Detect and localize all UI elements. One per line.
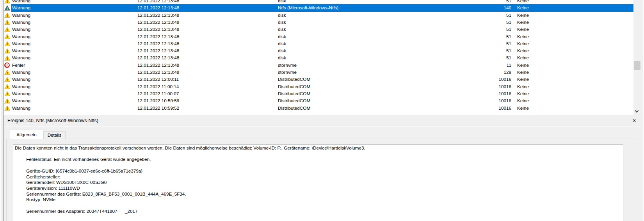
warning-selected-icon: ! [4,5,10,11]
event-row[interactable]: ! Fehler 12.01.2022 12:13:48 stornvme 11… [4,62,633,69]
task-category-cell: Keine [517,105,529,112]
event-id-cell: 51 [449,33,511,40]
task-category-cell: Keine [517,40,529,47]
detail-pane-separator [4,126,641,126]
source-cell: disk [278,12,286,19]
source-cell: Ntfs (Microsoft-Windows-Ntfs) [278,4,338,11]
task-category-cell: Keine [517,76,529,83]
event-id-cell: 51 [449,54,511,61]
event-row[interactable]: ! Warnung 12.01.2022 12:13:48 Ntfs (Micr… [4,4,633,11]
task-category-cell: Keine [517,26,529,33]
event-row[interactable]: ! Warnung 12.01.2022 12:13:48 disk 51 Ke… [4,40,633,47]
warning-icon: ! [4,70,10,75]
warning-icon: ! [4,48,10,53]
task-category-cell: Keine [517,12,529,19]
level-cell: Warnung [12,4,30,11]
level-cell: Warnung [12,40,30,47]
task-category-cell: Keine [517,97,529,104]
level-cell: Warnung [12,76,30,83]
warning-icon: ! [4,77,10,82]
event-row[interactable]: ! Warnung 12.01.2022 11:00:14 Distribute… [4,83,633,90]
source-cell: DistributedCOM [278,76,310,83]
event-id-cell: 10016 [449,97,511,104]
event-row[interactable]: ! Warnung 12.01.2022 12:13:48 disk 51 Ke… [4,19,633,26]
event-row[interactable]: ! Warnung 12.01.2022 10:59:59 Distribute… [4,97,633,104]
date-cell: 12.01.2022 12:13:48 [137,19,179,26]
source-cell: disk [278,19,286,26]
warning-icon: ! [4,91,10,96]
date-cell: 12.01.2022 11:00:14 [137,83,179,90]
close-icon[interactable]: ✕ [632,118,636,123]
warning-icon: ! [4,27,10,32]
date-cell: 12.01.2022 12:13:48 [137,69,179,76]
vertical-scrollbar[interactable] [633,0,641,115]
level-cell: Warnung [12,47,30,54]
detail-pane: Ereignis 140, Ntfs (Microsoft-Windows-Nt… [4,115,641,221]
event-row[interactable]: ! Warnung 12.01.2022 10:59:52 Distribute… [4,105,633,112]
date-cell: 12.01.2022 10:59:52 [137,105,179,112]
event-row[interactable]: ! Warnung 12.01.2022 12:13:48 disk 51 Ke… [4,0,633,4]
event-id-cell: 51 [449,0,511,4]
event-row[interactable]: ! Warnung 12.01.2022 12:13:48 disk 51 Ke… [4,47,633,54]
error-icon: ! [4,62,10,68]
source-cell: disk [278,33,286,40]
date-cell: 12.01.2022 12:13:48 [137,4,179,11]
source-cell: disk [278,0,286,4]
event-row[interactable]: ! Warnung 12.01.2022 12:13:48 disk 51 Ke… [4,12,633,19]
date-cell: 12.01.2022 12:13:48 [137,54,179,61]
date-cell: 12.01.2022 12:00:11 [137,76,179,83]
event-id-cell: 11 [449,62,511,69]
event-list[interactable]: ! Warnung 12.01.2022 12:13:48 disk 51 Ke… [4,0,633,115]
level-cell: Warnung [12,97,30,104]
source-cell: stornvme [278,69,297,76]
event-id-cell: 51 [449,19,511,26]
event-id-cell: 51 [449,40,511,47]
event-id-cell: 51 [449,12,511,19]
task-category-cell: Keine [517,83,529,90]
event-row[interactable]: ! Warnung 12.01.2022 12:13:48 stornvme 1… [4,69,633,76]
event-id-cell: 10016 [449,83,511,90]
warning-icon: ! [4,12,10,18]
tab-allgemein[interactable]: Allgemein [10,130,43,139]
source-cell: DistributedCOM [278,105,310,112]
event-row[interactable]: ! Warnung 12.01.2022 12:13:48 disk 51 Ke… [4,33,633,40]
event-row[interactable]: ! Warnung 12.01.2022 11:00:07 Distribute… [4,90,633,97]
task-category-cell: Keine [517,62,529,69]
level-cell: Warnung [12,12,30,19]
date-cell: 12.01.2022 12:13:48 [137,0,179,4]
level-cell: Warnung [12,90,30,97]
date-cell: 12.01.2022 12:13:48 [137,40,179,47]
warning-icon: ! [4,55,10,61]
warning-icon: ! [4,34,10,39]
chevron-down-icon [635,109,639,113]
source-cell: disk [278,40,286,47]
event-row[interactable]: ! Warnung 12.01.2022 12:13:48 disk 51 Ke… [4,54,633,61]
warning-icon: ! [4,84,10,89]
event-message-box[interactable]: Die Daten konnten nicht in das Transakti… [13,144,623,221]
level-cell: Warnung [12,83,30,90]
event-id-cell: 10016 [449,105,511,112]
warning-icon: ! [4,41,10,46]
date-cell: 12.01.2022 12:13:48 [137,33,179,40]
event-id-cell: 140 [449,4,511,11]
event-row[interactable]: ! Warnung 12.01.2022 12:13:48 disk 51 Ke… [4,26,633,33]
source-cell: disk [278,54,286,61]
event-id-cell: 51 [449,26,511,33]
level-cell: Warnung [12,26,30,33]
date-cell: 12.01.2022 10:59:59 [137,97,179,104]
task-category-cell: Keine [517,90,529,97]
date-cell: 12.01.2022 11:00:07 [137,90,179,97]
detail-pane-title: Ereignis 140, Ntfs (Microsoft-Windows-Nt… [7,118,98,123]
source-cell: DistributedCOM [278,83,310,90]
task-category-cell: Keine [517,47,529,54]
level-cell: Warnung [12,54,30,61]
scrollbar-down-button[interactable] [633,108,641,115]
task-category-cell: Keine [517,69,529,76]
scrollbar-thumb[interactable] [634,61,640,70]
event-row[interactable]: ! Warnung 12.01.2022 12:00:11 Distribute… [4,76,633,83]
task-category-cell: Keine [517,19,529,26]
source-cell: DistributedCOM [278,97,310,104]
level-cell: Warnung [12,19,30,26]
tab-details[interactable]: Details [43,131,66,139]
event-message-text: Die Daten konnten nicht in das Transakti… [13,144,623,215]
